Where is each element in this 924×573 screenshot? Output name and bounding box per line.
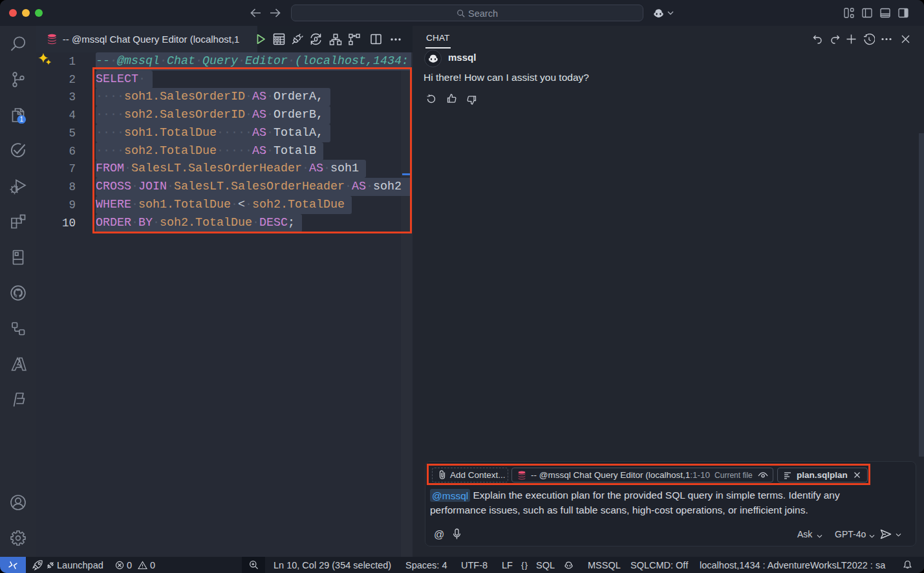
svg-text:1: 1 <box>20 116 24 123</box>
